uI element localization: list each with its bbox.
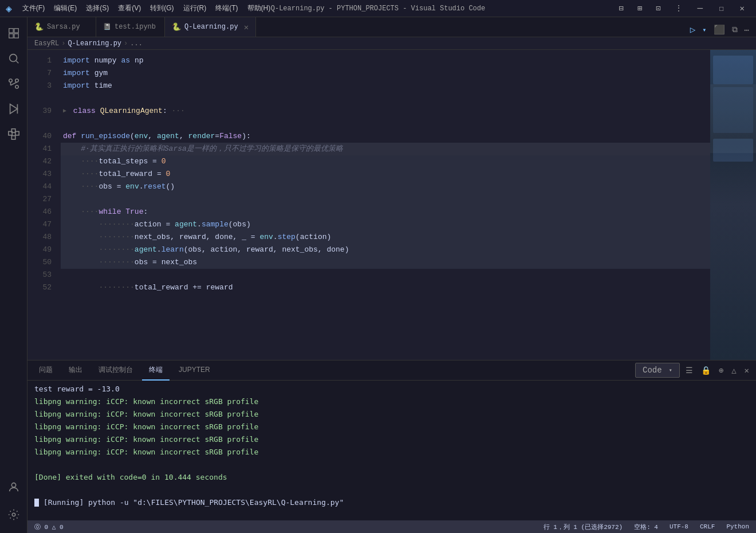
panel-close-icon[interactable]: ✕ (742, 365, 751, 377)
panel-list-icon[interactable]: ☰ (683, 365, 695, 377)
code-line-48: ········next_obs, reward, done, _ = env.… (61, 231, 710, 244)
menu-terminal[interactable]: 终端(T) (212, 2, 241, 14)
status-right: 行 1，列 1 (已选择2972) 空格: 4 UTF-8 CRLF Pytho… (541, 523, 751, 531)
panel-tab-output[interactable]: 输出 (62, 360, 89, 381)
activity-bar (0, 17, 27, 533)
panel-tab-problems[interactable]: 问题 (32, 360, 60, 381)
terminal-line-blank2 (34, 484, 749, 496)
code-line-blank1 (61, 92, 710, 105)
status-encoding[interactable]: UTF-8 (667, 523, 691, 530)
breadcrumb-sep2: › (124, 40, 128, 48)
status-left: ⓪ 0 △ 0 (32, 523, 66, 531)
panel-actions[interactable]: Code ▾ ☰ 🔒 ⊕ △ ✕ (635, 363, 751, 378)
code-line-44: ····obs = env.reset() (61, 181, 710, 193)
code-editor[interactable]: 1 7 3 39 40 41 42 43 44 27 46 47 48 49 5… (27, 50, 756, 360)
terminal-line-reward: test reward = -13.0 (34, 383, 749, 395)
breadcrumb-easyrl[interactable]: EasyRL (34, 40, 59, 48)
activity-icon-run[interactable] (2, 97, 25, 120)
tab-test-label: test.ipynb (115, 23, 156, 31)
status-errors[interactable]: ⓪ 0 △ 0 (32, 523, 66, 531)
terminal-dropdown[interactable]: Code ▾ (635, 363, 680, 378)
code-line-blank4 (61, 269, 710, 281)
svg-point-17 (11, 483, 15, 487)
svg-point-18 (12, 513, 15, 516)
svg-rect-1 (14, 29, 18, 33)
svg-rect-0 (9, 29, 13, 33)
python-icon: 🐍 (34, 22, 44, 32)
code-line-46: ····while True: (61, 206, 710, 218)
activity-icon-source-control[interactable] (2, 72, 25, 95)
panel-content[interactable]: test reward = -13.0 libpng warning: iCCP… (27, 381, 756, 520)
layout3-icon[interactable]: ⊡ (651, 2, 665, 14)
status-position[interactable]: 行 1，列 1 (已选择2972) (541, 523, 625, 531)
code-line-43: ····total_reward = 0 (61, 168, 710, 181)
panel-maximize-icon[interactable]: △ (729, 365, 738, 377)
svg-point-7 (15, 85, 18, 89)
menu-view[interactable]: 查看(V) (115, 2, 144, 14)
code-line-blank3 (61, 193, 710, 206)
activity-icon-extensions[interactable] (2, 123, 25, 146)
editor-actions[interactable]: ▷ ▾ ⬛ ⧉ ⋯ (688, 23, 756, 37)
code-line-7: import gym (61, 67, 710, 80)
split-editor-icon[interactable]: ⧉ (730, 24, 740, 36)
window-title: Q-Learning.py - PYTHON_PROJECTS - Visual… (271, 5, 485, 13)
line-numbers: 1 7 3 39 40 41 42 43 44 27 46 47 48 49 5… (27, 50, 56, 360)
status-line-ending[interactable]: CRLF (698, 523, 717, 530)
menu-run[interactable]: 运行(R) (180, 2, 210, 14)
run-icon[interactable]: ▷ (688, 23, 698, 37)
panel-lock-icon[interactable]: 🔒 (699, 365, 713, 377)
svg-rect-16 (11, 136, 15, 139)
tab-close-icon[interactable]: ✕ (244, 22, 249, 32)
layout2-icon[interactable]: ⊞ (633, 2, 647, 14)
svg-rect-15 (15, 131, 18, 135)
breadcrumb-file[interactable]: Q-Learning.py (68, 40, 121, 48)
terminal-line-libpng5: libpng warning: iCCP: known incorrect sR… (34, 446, 749, 458)
notebook-icon: 📓 (103, 23, 111, 30)
customize-layout-icon[interactable]: ⋮ (670, 2, 687, 14)
menu-select[interactable]: 选择(S) (82, 2, 112, 14)
menu-goto[interactable]: 转到(G) (147, 2, 177, 14)
menu-edit[interactable]: 编辑(E) (50, 2, 80, 14)
maximize-button[interactable]: ☐ (713, 2, 729, 14)
stop-icon[interactable]: ⬛ (711, 23, 727, 37)
code-line-blank2 (61, 117, 710, 130)
svg-line-10 (10, 82, 17, 85)
activity-icon-search[interactable] (2, 47, 25, 70)
tab-qlearning[interactable]: 🐍 Q-Learning.py ✕ (165, 17, 256, 37)
tab-test[interactable]: 📓 test.ipynb (96, 17, 165, 37)
panel-tab-debug[interactable]: 调试控制台 (92, 360, 140, 381)
panel-tab-terminal[interactable]: 终端 (142, 360, 170, 381)
code-line-3: import time (61, 80, 710, 92)
breadcrumb-symbol[interactable]: ... (130, 40, 143, 48)
close-button[interactable]: ✕ (734, 2, 750, 14)
more-actions-icon[interactable]: ⋯ (742, 24, 751, 36)
activity-icon-account[interactable] (2, 476, 25, 499)
menu-file[interactable]: 文件(F) (19, 2, 48, 14)
window-controls[interactable]: ⊟ ⊞ ⊡ ⋮ — ☐ ✕ (614, 2, 750, 15)
menu-help[interactable]: 帮助(H) (244, 2, 274, 14)
status-language[interactable]: Python (724, 523, 751, 530)
svg-point-8 (15, 79, 18, 83)
minimize-button[interactable]: — (692, 2, 709, 15)
menu-bar[interactable]: 文件(F) 编辑(E) 选择(S) 查看(V) 转到(G) 运行(R) 终端(T… (19, 2, 274, 14)
code-line-49: ········agent.learn(obs, action, reward,… (61, 244, 710, 256)
run-dropdown-icon[interactable]: ▾ (700, 25, 708, 36)
panel-new-terminal-icon[interactable]: ⊕ (716, 365, 726, 377)
status-spaces[interactable]: 空格: 4 (632, 523, 660, 531)
activity-icon-explorer[interactable] (2, 22, 25, 45)
title-bar: ◈ 文件(F) 编辑(E) 选择(S) 查看(V) 转到(G) 运行(R) 终端… (0, 0, 756, 17)
tab-sarsa[interactable]: 🐍 Sarsa.py (27, 17, 96, 37)
panel-tabs: 问题 输出 调试控制台 终端 JUPYTER Code ▾ (27, 360, 756, 381)
editor-area: 🐍 Sarsa.py 📓 test.ipynb 🐍 Q-Learning.py … (27, 17, 756, 533)
code-content[interactable]: import numpy as np import gym import tim… (56, 50, 710, 360)
python-icon-2: 🐍 (172, 22, 181, 32)
activity-icon-settings[interactable] (2, 503, 25, 526)
panel-tab-jupyter[interactable]: JUPYTER (172, 360, 217, 381)
terminal-line-running: [Running] python -u "d:\FILES\PYTHON_PRO… (34, 496, 749, 509)
titlebar-left: ◈ 文件(F) 编辑(E) 选择(S) 查看(V) 转到(G) 运行(R) 终端… (6, 2, 274, 15)
terminal-line-blank1 (34, 458, 749, 471)
layout-icon[interactable]: ⊟ (614, 2, 628, 14)
code-line-50: ········obs = next_obs (61, 256, 710, 269)
svg-marker-11 (10, 104, 17, 114)
terminal-line-done: [Done] exited with code=0 in 10.444 seco… (34, 471, 749, 484)
